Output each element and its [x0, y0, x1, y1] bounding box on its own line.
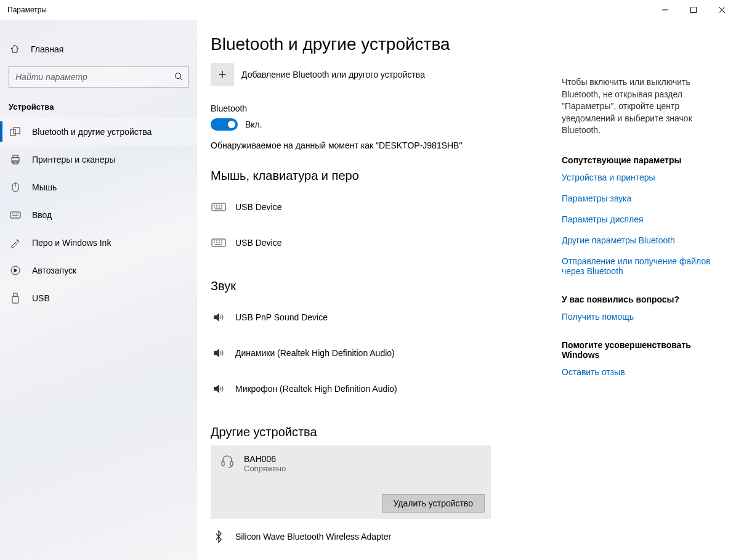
related-link-0[interactable]: Устройства и принтеры — [562, 172, 721, 182]
device-item[interactable]: USB PnP Sound Device — [211, 299, 562, 335]
keyboard-icon — [211, 201, 227, 213]
svg-rect-15 — [230, 461, 233, 466]
home-icon — [10, 44, 20, 55]
device-item[interactable]: USB Device — [211, 225, 562, 261]
svg-rect-8 — [10, 212, 20, 218]
device-name: USB Device — [235, 202, 281, 212]
related-title: Сопутствующие параметры — [562, 155, 721, 165]
svg-point-1 — [176, 73, 181, 78]
nav-item-1[interactable]: Принтеры и сканеры — [0, 145, 197, 173]
bluetooth-state: Вкл. — [245, 120, 262, 129]
home-button[interactable]: Главная — [0, 36, 197, 63]
nav-item-3[interactable]: Ввод — [0, 201, 197, 229]
headset-icon — [219, 454, 235, 473]
device-item[interactable]: Динамики (Realtek High Definition Audio) — [211, 335, 562, 371]
autoplay-icon — [10, 265, 21, 276]
pen-icon — [10, 237, 21, 248]
svg-rect-2 — [10, 129, 15, 136]
device-item[interactable]: USB Device — [211, 189, 562, 225]
help-link[interactable]: Получить помощь — [562, 312, 721, 322]
printer-icon — [10, 154, 21, 165]
nav-item-6[interactable]: USB — [0, 284, 197, 312]
svg-rect-5 — [13, 155, 18, 158]
svg-rect-0 — [691, 7, 697, 13]
device-name: USB PnP Sound Device — [235, 312, 328, 322]
nav-label: USB — [32, 293, 50, 303]
device-name: BAH006 — [244, 454, 286, 464]
help-title: У вас появились вопросы? — [562, 294, 721, 304]
svg-rect-3 — [14, 128, 20, 134]
search-input[interactable] — [14, 71, 174, 83]
bluetooth-tip: Чтобы включить или выключить Bluetooth, … — [562, 76, 721, 137]
category-header: Устройства — [0, 91, 197, 118]
nav-label: Мышь — [32, 182, 57, 192]
nav-item-5[interactable]: Автозапуск — [0, 256, 197, 284]
device-item[interactable]: Микрофон (Realtek High Definition Audio) — [211, 371, 562, 407]
related-link-3[interactable]: Другие параметры Bluetooth — [562, 235, 721, 245]
nav-label: Автозапуск — [32, 266, 76, 275]
speaker-icon — [211, 346, 227, 360]
mouse-icon — [10, 182, 21, 193]
svg-rect-10 — [14, 293, 17, 296]
feedback-link[interactable]: Оставить отзыв — [562, 367, 721, 377]
search-icon — [174, 72, 183, 83]
nav-item-4[interactable]: Перо и Windows Ink — [0, 229, 197, 256]
bluetooth-label: Bluetooth — [211, 103, 562, 113]
device-name: USB Device — [235, 238, 281, 248]
title-bar: Параметры — [0, 0, 736, 20]
window-controls — [651, 0, 736, 20]
window-title: Параметры — [7, 6, 47, 14]
close-button[interactable] — [708, 0, 736, 20]
device-name: Динамики (Realtek High Definition Audio) — [235, 348, 395, 358]
feedback-title: Помогите усовершенствовать Windows — [562, 340, 721, 360]
bluetooth-icon — [211, 530, 227, 543]
nav-label: Ввод — [32, 210, 52, 220]
add-device-label: Добавление Bluetooth или другого устройс… — [241, 70, 425, 79]
device-name: Silicon Wave Bluetooth Wireless Adapter — [235, 532, 391, 542]
bluetooth-devices-icon — [10, 126, 21, 137]
keyboard-icon — [211, 237, 227, 248]
related-link-4[interactable]: Отправление или получение файлов через B… — [562, 256, 721, 276]
maximize-button[interactable] — [679, 0, 708, 20]
nav-label: Перо и Windows Ink — [32, 238, 111, 248]
discoverable-text: Обнаруживаемое на данный момент как "DES… — [211, 140, 562, 150]
bluetooth-toggle[interactable] — [211, 118, 238, 131]
nav-item-0[interactable]: Bluetooth и другие устройства — [0, 118, 197, 145]
add-device-button[interactable]: + Добавление Bluetooth или другого устро… — [211, 63, 562, 86]
device-status: Сопряжено — [244, 464, 286, 473]
nav-label: Bluetooth и другие устройства — [32, 127, 152, 137]
speaker-icon — [211, 382, 227, 396]
group-audio-title: Звук — [211, 279, 562, 293]
related-link-1[interactable]: Параметры звука — [562, 193, 721, 203]
device-item[interactable]: Silicon Wave Bluetooth Wireless Adapter — [211, 519, 562, 554]
group-other-title: Другие устройства — [211, 425, 562, 439]
sidebar: Главная Устройства Bluetooth и другие ус… — [0, 20, 197, 560]
speaker-icon — [211, 310, 227, 324]
minimize-button[interactable] — [651, 0, 679, 20]
nav-item-2[interactable]: Мышь — [0, 173, 197, 201]
group-input-title: Мышь, клавиатура и перо — [211, 169, 562, 183]
svg-rect-14 — [222, 461, 224, 466]
device-item-selected[interactable]: BAH006СопряженоУдалить устройство — [211, 445, 491, 519]
home-label: Главная — [31, 44, 63, 54]
nav-label: Принтеры и сканеры — [32, 155, 115, 164]
search-box[interactable] — [9, 67, 188, 87]
related-link-2[interactable]: Параметры дисплея — [562, 214, 721, 224]
device-name: Микрофон (Realtek High Definition Audio) — [235, 384, 397, 394]
usb-icon — [10, 293, 21, 304]
keyboard-icon — [10, 211, 21, 219]
page-title: Bluetooth и другие устройства — [211, 34, 562, 54]
remove-device-button[interactable]: Удалить устройство — [382, 494, 485, 513]
plus-icon: + — [211, 63, 234, 86]
svg-rect-11 — [12, 296, 18, 303]
